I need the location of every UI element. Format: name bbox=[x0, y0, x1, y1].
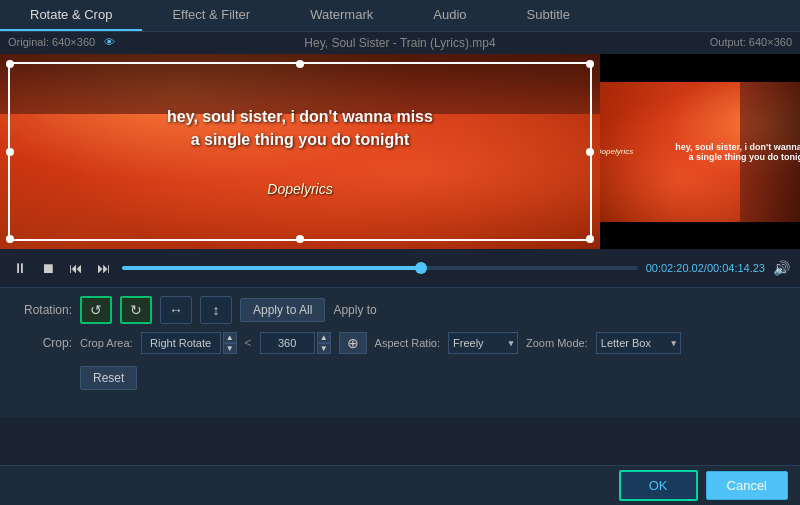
main-video-area: Original: 640×360 👁 Output: 640×360 hey,… bbox=[0, 32, 800, 262]
rotated-brand: Dopelyrics bbox=[600, 147, 633, 156]
crop-width-input[interactable] bbox=[260, 332, 315, 354]
flip-vertical-button[interactable]: ↕ bbox=[200, 296, 232, 324]
spinner-up[interactable]: ▲ bbox=[223, 332, 237, 343]
progress-track[interactable] bbox=[122, 266, 638, 270]
crop-area-spinner: ▲ ▼ bbox=[223, 332, 237, 354]
output-res: Output: 640×360 bbox=[710, 36, 792, 50]
crop-area-input[interactable] bbox=[141, 332, 221, 354]
controls-section: Rotation: ↺ ↻ ↔ ↕ Apply to All Apply to … bbox=[0, 287, 800, 417]
crop-separator: < bbox=[245, 336, 252, 350]
rotated-preview: hey, soul sister, i don't wanna missa si… bbox=[600, 82, 800, 222]
center-crop-button[interactable]: ⊕ bbox=[339, 332, 367, 354]
aspect-ratio-select[interactable]: Freely 16:9 4:3 1:1 9:16 bbox=[448, 332, 518, 354]
rotation-row: Rotation: ↺ ↻ ↔ ↕ Apply to All Apply to bbox=[12, 296, 788, 324]
file-title: Hey, Soul Sister - Train (Lyrics).mp4 bbox=[270, 32, 530, 54]
timeline-bar: ⏸ ⏹ ⏮ ⏭ 00:02:20.02/00:04:14.23 🔊 bbox=[0, 249, 800, 287]
apply-to-text: Apply to bbox=[333, 303, 376, 317]
bottom-bar: OK Cancel bbox=[0, 465, 800, 505]
volume-icon[interactable]: 🔊 bbox=[773, 260, 790, 276]
right-rotate-button[interactable]: ↻ bbox=[120, 296, 152, 324]
pause-button[interactable]: ⏸ bbox=[10, 258, 30, 278]
time-display: 00:02:20.02/00:04:14.23 bbox=[646, 262, 765, 274]
crop-row: Crop: Crop Area: ▲ ▼ < ▲ ▼ ⊕ bbox=[12, 332, 788, 354]
zoom-mode-wrapper: Letter Box Pan & Scan Full ▼ bbox=[596, 332, 681, 354]
original-res: Original: 640×360 👁 bbox=[8, 36, 115, 50]
left-rotate-button[interactable]: ↺ bbox=[80, 296, 112, 324]
eye-icon[interactable]: 👁 bbox=[104, 36, 115, 48]
crop-width-spinner: ▲ ▼ bbox=[317, 332, 331, 354]
video-preview-right: hey, soul sister, i don't wanna missa si… bbox=[600, 54, 800, 249]
aspect-ratio-label: Aspect Ratio: bbox=[375, 337, 440, 349]
cancel-button[interactable]: Cancel bbox=[706, 471, 788, 500]
tab-effect-filter[interactable]: Effect & Filter bbox=[142, 0, 280, 31]
tab-watermark[interactable]: Watermark bbox=[280, 0, 403, 31]
stop-button[interactable]: ⏹ bbox=[38, 258, 58, 278]
crop-width-group: ▲ ▼ bbox=[260, 332, 331, 354]
tab-rotate-crop[interactable]: Rotate & Crop bbox=[0, 0, 142, 31]
zoom-mode-label: Zoom Mode: bbox=[526, 337, 588, 349]
video-preview-left: hey, soul sister, i don't wanna miss a s… bbox=[0, 54, 600, 249]
lyrics-text: hey, soul sister, i don't wanna miss a s… bbox=[167, 106, 433, 197]
zoom-mode-select[interactable]: Letter Box Pan & Scan Full bbox=[596, 332, 681, 354]
flip-horizontal-button[interactable]: ↔ bbox=[160, 296, 192, 324]
tab-bar: Rotate & Crop Effect & Filter Watermark … bbox=[0, 0, 800, 32]
crop-area-label: Crop Area: bbox=[80, 337, 133, 349]
crop-label: Crop: bbox=[12, 336, 72, 350]
tab-subtitle[interactable]: Subtitle bbox=[497, 0, 600, 31]
width-spinner-up[interactable]: ▲ bbox=[317, 332, 331, 343]
reset-button[interactable]: Reset bbox=[80, 366, 137, 390]
crop-area-input-group: ▲ ▼ bbox=[141, 332, 237, 354]
tab-audio[interactable]: Audio bbox=[403, 0, 496, 31]
rotation-label: Rotation: bbox=[12, 303, 72, 317]
rotated-lyrics: hey, soul sister, i don't wanna missa si… bbox=[675, 142, 800, 162]
width-spinner-down[interactable]: ▼ bbox=[317, 343, 331, 354]
progress-fill bbox=[122, 266, 421, 270]
apply-to-all-button[interactable]: Apply to All bbox=[240, 298, 325, 322]
progress-thumb[interactable] bbox=[415, 262, 427, 274]
ok-button[interactable]: OK bbox=[619, 470, 698, 501]
aspect-ratio-wrapper: Freely 16:9 4:3 1:1 9:16 ▼ bbox=[448, 332, 518, 354]
video-preview-container: hey, soul sister, i don't wanna miss a s… bbox=[0, 54, 800, 249]
next-button[interactable]: ⏭ bbox=[94, 258, 114, 278]
spinner-down[interactable]: ▼ bbox=[223, 343, 237, 354]
reset-row: Reset bbox=[12, 362, 788, 390]
prev-button[interactable]: ⏮ bbox=[66, 258, 86, 278]
